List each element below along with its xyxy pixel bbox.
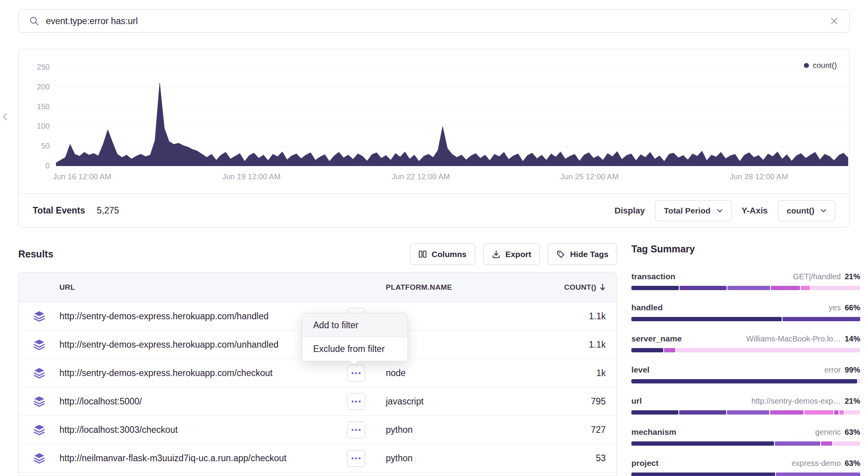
search-input[interactable] xyxy=(46,16,829,26)
results-table: URL PLATFORM.NAME COUNT() http://sentry-… xyxy=(18,272,617,476)
hide-tags-button[interactable]: Hide Tags xyxy=(548,243,617,265)
tag-bar-segment[interactable] xyxy=(858,379,860,383)
tag-bar-segment[interactable] xyxy=(821,441,832,446)
tag-bar-segment[interactable] xyxy=(727,286,770,290)
platform-cell-value: node xyxy=(386,368,549,378)
table-row[interactable]: http://localhost:3003/checkout python 72… xyxy=(19,416,617,444)
url-cell-value[interactable]: http://neilmanvar-flask-m3uuizd7iq-uc.a.… xyxy=(59,453,286,463)
count-cell-value: 1k xyxy=(549,368,617,378)
url-cell-value[interactable]: http://localhost:3003/checkout xyxy=(59,425,178,435)
tag-summary-item: project express-demo 63% xyxy=(631,458,860,476)
y-axis-tick-label: 0 xyxy=(19,161,50,170)
stack-icon xyxy=(33,310,46,323)
tag-bar-segment[interactable] xyxy=(680,286,727,290)
tag-top-value: express-demo xyxy=(791,459,841,468)
table-row[interactable]: http://localhost:5000/ javascript 795 xyxy=(19,387,617,416)
search-bar[interactable] xyxy=(18,9,850,33)
hide-tags-button-label: Hide Tags xyxy=(570,250,608,259)
tag-name: handled xyxy=(631,303,663,312)
tag-distribution-bar xyxy=(631,410,860,415)
url-cell-value[interactable]: http://sentry-demos-express.herokuapp.co… xyxy=(59,311,268,321)
tag-distribution-bar xyxy=(631,317,860,321)
tag-top-value: error xyxy=(824,366,841,374)
tag-summary-item: level error 99% xyxy=(631,365,860,383)
export-icon xyxy=(492,250,500,259)
clear-search-button[interactable] xyxy=(829,16,839,26)
header-count[interactable]: COUNT() xyxy=(549,283,617,292)
tag-bar-segment[interactable] xyxy=(804,410,833,415)
table-row[interactable]: http://neilmanvar-flask-m3uuizd7iq-uc.a.… xyxy=(19,444,617,472)
tag-bar-segment[interactable] xyxy=(631,317,782,321)
tag-bar-segment[interactable] xyxy=(679,410,726,415)
url-cell-value[interactable]: http://localhost:5000/ xyxy=(59,396,142,406)
tag-bar-segment[interactable] xyxy=(775,441,820,446)
columns-icon xyxy=(418,250,427,258)
tag-bar-segment[interactable] xyxy=(770,410,804,415)
tag-top-value: GET|/handled xyxy=(793,272,841,281)
tag-bar-segment[interactable] xyxy=(631,410,678,415)
tag-summary-panel: Tag Summary transaction GET|/handled 21%… xyxy=(631,243,860,476)
tag-bar-segment[interactable] xyxy=(771,286,800,290)
header-platform-name[interactable]: PLATFORM.NAME xyxy=(386,283,549,292)
count-cell-value: 727 xyxy=(549,425,617,435)
tag-top-percent: 66% xyxy=(845,303,860,312)
tag-bar-segment[interactable] xyxy=(664,348,675,352)
row-actions-button[interactable] xyxy=(347,450,365,467)
export-button[interactable]: Export xyxy=(483,243,540,265)
row-actions-button[interactable] xyxy=(347,393,365,410)
display-select[interactable]: Total Period xyxy=(655,200,732,221)
time-series-chart[interactable] xyxy=(56,67,848,166)
url-cell-value[interactable]: http://sentry-demos-express.herokuapp.co… xyxy=(59,368,272,378)
count-cell-value: 795 xyxy=(549,396,617,407)
count-cell-value: 53 xyxy=(549,453,617,464)
tag-top-percent: 21% xyxy=(845,397,860,406)
row-actions-button[interactable] xyxy=(347,365,365,382)
menu-item-add-to-filter[interactable]: Add to filter xyxy=(302,313,408,337)
tag-top-percent: 63% xyxy=(845,459,860,468)
total-events-value: 5,275 xyxy=(97,205,119,216)
tag-bar-segment[interactable] xyxy=(631,379,857,383)
y-axis-tick-label: 200 xyxy=(19,82,50,91)
tag-bar-segment[interactable] xyxy=(631,348,663,352)
y-axis-tick-label: 250 xyxy=(19,63,50,72)
url-cell-value[interactable]: http://sentry-demos-express.herokuapp.co… xyxy=(59,340,279,350)
tag-top-value: generic xyxy=(815,428,841,437)
tag-bar-segment[interactable] xyxy=(631,286,679,290)
sidebar-collapse-icon[interactable] xyxy=(1,111,10,122)
tag-bar-segment[interactable] xyxy=(839,410,844,415)
tag-bar-segment[interactable] xyxy=(783,317,860,321)
columns-button-label: Columns xyxy=(432,250,467,259)
sort-arrow-down-icon xyxy=(600,284,606,291)
y-axis-tick-label: 100 xyxy=(19,122,50,131)
x-axis-tick-label: Jun 25 12:00 AM xyxy=(547,172,632,181)
export-button-label: Export xyxy=(505,250,532,259)
y-axis-tick-label: 50 xyxy=(19,142,50,150)
stack-icon xyxy=(33,338,46,351)
events-chart-panel: count() 050100150200250 Jun 16 12:00 AMJ… xyxy=(18,49,850,228)
results-title: Results xyxy=(18,248,53,260)
count-cell-value: 1.1k xyxy=(549,311,617,322)
row-actions-button[interactable] xyxy=(347,422,365,438)
tag-bar-segment[interactable] xyxy=(776,472,860,476)
tag-bar-segment[interactable] xyxy=(811,286,860,290)
chart-footer: Total Events 5,275 Display Total Period … xyxy=(19,194,849,228)
table-row[interactable]: http://sentry-demos-express.herokuapp.co… xyxy=(19,359,617,387)
tag-bar-segment[interactable] xyxy=(834,410,839,415)
yaxis-select[interactable]: count() xyxy=(778,200,835,221)
tag-bar-segment[interactable] xyxy=(833,441,860,446)
columns-button[interactable]: Columns xyxy=(410,243,475,265)
header-count-label: COUNT() xyxy=(564,283,596,292)
tag-bar-segment[interactable] xyxy=(845,410,860,415)
display-select-value: Total Period xyxy=(664,206,711,215)
tag-bar-segment[interactable] xyxy=(801,286,810,290)
tag-bar-segment[interactable] xyxy=(676,348,860,352)
tag-bar-segment[interactable] xyxy=(631,472,775,476)
tag-bar-segment[interactable] xyxy=(727,410,769,415)
tag-name: level xyxy=(631,365,650,374)
tag-bar-segment[interactable] xyxy=(631,441,774,446)
menu-item-exclude-from-filter[interactable]: Exclude from filter xyxy=(302,337,408,361)
header-url[interactable]: URL xyxy=(59,283,386,292)
tag-distribution-bar xyxy=(631,379,860,383)
cell-actions-menu: Add to filterExclude from filter xyxy=(302,313,408,361)
platform-cell-value: python xyxy=(386,453,549,464)
